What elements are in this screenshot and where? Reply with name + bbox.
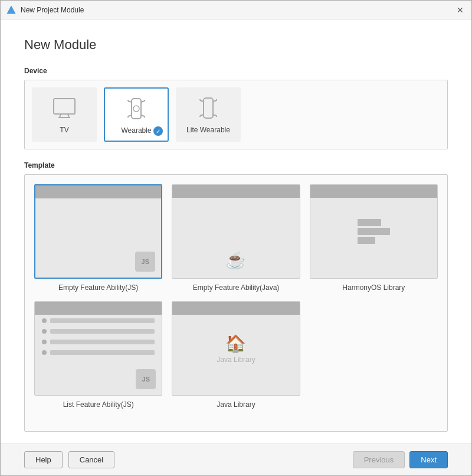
device-section-label: Device <box>24 67 448 75</box>
template-image-java-library: 🏠 Java Library <box>172 301 300 396</box>
template-image-harmonyos-lib <box>310 184 438 279</box>
list-row-3 <box>42 340 155 344</box>
lite-wearable-icon <box>194 94 222 122</box>
selected-check: ✓ <box>153 126 163 136</box>
js-badge-list: JS <box>136 369 156 389</box>
lib-rect-xs <box>358 237 375 244</box>
list-dot <box>42 340 47 344</box>
list-line <box>50 340 155 344</box>
lib-rect <box>358 219 381 226</box>
list-row-2 <box>42 329 155 334</box>
dialog-content: New Module Device TV <box>1 19 471 444</box>
template-image-empty-java: ☕ <box>172 184 300 279</box>
title-bar-left: New Project Module <box>6 5 84 15</box>
list-lines <box>42 318 155 355</box>
lib-row-2 <box>358 228 390 235</box>
app-icon <box>6 5 16 15</box>
template-header-bar-java <box>172 185 299 198</box>
template-section-label: Template <box>24 161 448 169</box>
js-badge: JS <box>135 252 155 272</box>
template-label-empty-js: Empty Feature Ability(JS) <box>58 283 138 292</box>
list-line <box>50 318 155 323</box>
template-header-bar-javalib <box>172 302 299 315</box>
lite-wearable-label: Lite Wearable <box>186 126 230 134</box>
page-title: New Module <box>24 37 448 53</box>
lib-row-1 <box>358 219 381 226</box>
template-card-empty-java[interactable]: ☕ Empty Feature Ability(Java) <box>172 184 300 292</box>
next-button[interactable]: Next <box>409 451 448 468</box>
device-card-tv[interactable]: TV <box>32 87 97 142</box>
svg-point-14 <box>133 106 139 112</box>
list-dot <box>42 329 47 334</box>
template-label-harmonyos-lib: HarmonyOS Library <box>342 283 405 292</box>
template-card-java-library[interactable]: 🏠 Java Library Java Library <box>172 301 300 409</box>
template-label-java-library: Java Library <box>217 400 255 409</box>
library-icon <box>358 219 390 244</box>
template-image-empty-js: JS <box>34 184 162 279</box>
list-line <box>50 329 155 334</box>
coffee-icon: ☕ <box>225 250 246 270</box>
template-card-list-js[interactable]: JS List Feature Ability(JS) <box>34 301 162 409</box>
footer-right: Previous Next <box>353 451 448 468</box>
dialog-window: New Project Module ✕ New Module Device T… <box>0 0 472 476</box>
svg-marker-0 <box>7 6 15 14</box>
template-header-bar-list <box>35 302 162 315</box>
title-bar: New Project Module ✕ <box>1 1 471 19</box>
device-card-wearable[interactable]: Wearable ✓ <box>104 87 169 142</box>
house-icon: 🏠 <box>225 334 246 353</box>
template-card-harmonyos-lib[interactable]: HarmonyOS Library <box>310 184 438 292</box>
template-header-bar <box>35 185 161 198</box>
close-button[interactable]: ✕ <box>455 5 466 15</box>
wearable-label: Wearable <box>121 126 151 135</box>
template-header-bar-harmony <box>310 185 437 198</box>
lib-row-3 <box>358 237 375 244</box>
tv-icon <box>50 94 78 122</box>
list-row-1 <box>42 318 155 323</box>
template-section: JS Empty Feature Ability(JS) ☕ Empty Fea… <box>24 174 448 432</box>
footer-left: Help Cancel <box>24 451 114 468</box>
lib-rect <box>358 228 390 235</box>
help-button[interactable]: Help <box>24 451 63 468</box>
list-dot <box>42 350 47 355</box>
list-dot <box>42 318 47 323</box>
wearable-icon <box>122 94 150 123</box>
template-card-empty-js[interactable]: JS Empty Feature Ability(JS) <box>34 184 162 292</box>
template-label-empty-java: Empty Feature Ability(Java) <box>193 283 280 292</box>
device-section: TV <box>24 80 448 149</box>
device-card-lite-wearable[interactable]: Lite Wearable <box>176 87 241 142</box>
list-line <box>50 350 155 355</box>
cancel-button[interactable]: Cancel <box>68 451 114 468</box>
tv-label: TV <box>60 126 68 134</box>
title-bar-text: New Project Module <box>21 6 84 14</box>
template-grid: JS Empty Feature Ability(JS) ☕ Empty Fea… <box>34 184 438 409</box>
svg-rect-1 <box>54 99 75 114</box>
java-library-visual: 🏠 Java Library <box>217 334 255 364</box>
template-label-list-js: List Feature Ability(JS) <box>63 400 134 409</box>
svg-rect-15 <box>204 98 213 118</box>
java-lib-text: Java Library <box>217 356 255 364</box>
list-row-4 <box>42 350 155 355</box>
template-image-list-js: JS <box>34 301 162 396</box>
dialog-footer: Help Cancel Previous Next <box>1 444 471 475</box>
previous-button[interactable]: Previous <box>353 451 405 468</box>
